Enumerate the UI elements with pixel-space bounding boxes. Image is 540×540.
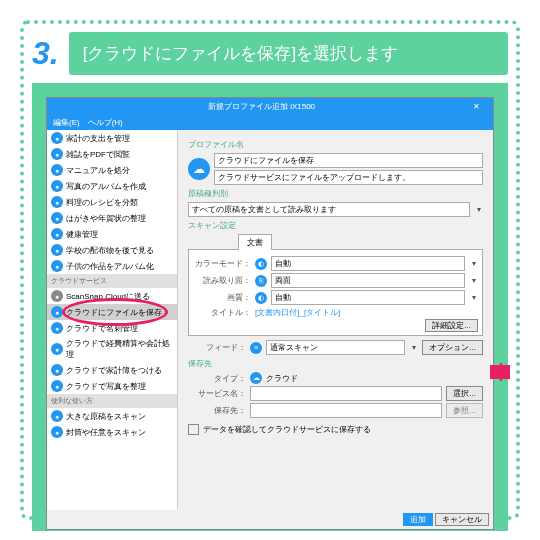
profile-desc-input[interactable]: クラウドサービスにファイルをアップロードします。 bbox=[214, 170, 483, 185]
chevron-down-icon[interactable]: ▾ bbox=[469, 276, 478, 285]
step-text: [クラウドにファイルを保存]を選択します bbox=[69, 32, 508, 75]
dest-input[interactable] bbox=[250, 403, 442, 418]
sidebar-item[interactable]: ●学校の配布物を後で見る bbox=[47, 242, 177, 258]
select-button[interactable]: 選択... bbox=[446, 386, 483, 401]
item-icon: ● bbox=[51, 196, 63, 208]
cloud-icon: ☁ bbox=[250, 372, 262, 384]
menubar[interactable]: 編集(E) ヘルプ(H) bbox=[47, 115, 493, 130]
item-icon: ● bbox=[51, 364, 63, 376]
sidebar-item-label: クラウドにファイルを保存 bbox=[66, 307, 162, 318]
label-save: 保存先 bbox=[188, 358, 483, 369]
item-icon: ● bbox=[51, 426, 63, 438]
sidebar-item[interactable]: ●写真のアルバムを作成 bbox=[47, 178, 177, 194]
side-select[interactable]: 両面 bbox=[271, 273, 465, 288]
sidebar-item-label: マニュアルを処分 bbox=[66, 165, 130, 176]
step-number: 3. bbox=[32, 35, 59, 72]
sidebar-item[interactable]: ●封筒や任意をスキャン bbox=[47, 424, 177, 440]
label-scan: スキャン設定 bbox=[188, 220, 483, 231]
sidebar-item[interactable]: ●大きな原稿をスキャン bbox=[47, 408, 177, 424]
sidebar-item[interactable]: ●家計の支出を管理 bbox=[47, 130, 177, 146]
sidebar-item[interactable]: ●クラウドで家計簿をつける bbox=[47, 362, 177, 378]
item-icon: ● bbox=[51, 306, 63, 318]
item-icon: ● bbox=[51, 322, 63, 334]
sidebar-item-label: 封筒や任意をスキャン bbox=[66, 427, 146, 438]
color-select[interactable]: 自動 bbox=[271, 256, 465, 271]
auto-icon: ◐ bbox=[255, 258, 267, 270]
quality-select[interactable]: 自動 bbox=[271, 290, 465, 305]
sidebar-item-label: ScanSnap Cloudに送る bbox=[66, 291, 150, 302]
sidebar-item-label: クラウドで名刺管理 bbox=[66, 323, 138, 334]
sidebar-item[interactable]: ●子供の作品をアルバム化 bbox=[47, 258, 177, 274]
sidebar-item[interactable]: ●クラウドで経費精算や会計処理 bbox=[47, 336, 177, 362]
sidebar-item-label: 写真のアルバムを作成 bbox=[66, 181, 146, 192]
duplex-icon: ⎘ bbox=[255, 275, 267, 287]
side-list-b: ●ScanSnap Cloudに送る●クラウドにファイルを保存●クラウドで名刺管… bbox=[47, 288, 177, 394]
title-template[interactable]: [文書内日付]_[タイトル] bbox=[255, 307, 340, 318]
sidebar-item[interactable]: ●クラウドで名刺管理 bbox=[47, 320, 177, 336]
sidebar-item[interactable]: ●健康管理 bbox=[47, 226, 177, 242]
label-gk: 原稿種判別 bbox=[188, 188, 483, 199]
item-icon: ● bbox=[51, 244, 63, 256]
main-panel: プロファイル名 ☁クラウドにファイルを保存クラウドサービスにファイルをアップロー… bbox=[178, 130, 493, 510]
item-icon: ● bbox=[51, 343, 63, 355]
sidebar-cat-util: 便利な使い方 bbox=[47, 394, 177, 408]
chevron-down-icon[interactable]: ▾ bbox=[469, 259, 478, 268]
sidebar-item[interactable]: ●雑誌をPDFで閲覧 bbox=[47, 146, 177, 162]
sidebar-item-label: 学校の配布物を後で見る bbox=[66, 245, 154, 256]
item-icon: ● bbox=[51, 380, 63, 392]
chevron-down-icon[interactable]: ▾ bbox=[409, 343, 418, 352]
dialog: 新規プロファイル追加 iX1500✕ 編集(E) ヘルプ(H) ●家計の支出を管… bbox=[46, 97, 494, 530]
item-icon: ● bbox=[51, 260, 63, 272]
sidebar-item-label: クラウドで写真を整理 bbox=[66, 381, 146, 392]
side-list-a: ●家計の支出を管理●雑誌をPDFで閲覧●マニュアルを処分●写真のアルバムを作成●… bbox=[47, 130, 177, 274]
sidebar-item-label: 健康管理 bbox=[66, 229, 98, 240]
sidebar-item[interactable]: ●ScanSnap Cloudに送る bbox=[47, 288, 177, 304]
side-list-c: ●大きな原稿をスキャン●封筒や任意をスキャン bbox=[47, 408, 177, 440]
sidebar-item-label: 雑誌をPDFで閲覧 bbox=[66, 149, 130, 160]
service-input[interactable] bbox=[250, 386, 442, 401]
chevron-down-icon[interactable]: ▾ bbox=[474, 205, 483, 214]
item-icon: ● bbox=[51, 410, 63, 422]
quality-icon: ◐ bbox=[255, 292, 267, 304]
confirm-checkbox[interactable] bbox=[188, 424, 199, 435]
item-icon: ● bbox=[51, 228, 63, 240]
item-icon: ● bbox=[51, 132, 63, 144]
type-value: クラウド bbox=[266, 373, 298, 384]
sidebar-item[interactable]: ●クラウドで写真を整理 bbox=[47, 378, 177, 394]
sidebar-item-label: 家計の支出を管理 bbox=[66, 133, 130, 144]
highlight-arrow bbox=[490, 365, 510, 379]
footer: 追加 キャンセル bbox=[47, 510, 493, 529]
profile-name-input[interactable]: クラウドにファイルを保存 bbox=[214, 153, 483, 168]
sidebar-item-label: 子供の作品をアルバム化 bbox=[66, 261, 154, 272]
sidebar-item[interactable]: ●はがきや年賀状の整理 bbox=[47, 210, 177, 226]
sidebar-item[interactable]: ●マニュアルを処分 bbox=[47, 162, 177, 178]
detail-button[interactable]: 詳細設定... bbox=[425, 319, 478, 332]
sidebar-item-label: クラウドで経費精算や会計処理 bbox=[66, 338, 173, 360]
confirm-label: データを確認してクラウドサービスに保存する bbox=[203, 424, 371, 435]
chevron-down-icon[interactable]: ▾ bbox=[469, 293, 478, 302]
sidebar-item-label: はがきや年賀状の整理 bbox=[66, 213, 146, 224]
sidebar-item-label: 大きな原稿をスキャン bbox=[66, 411, 146, 422]
cloud-icon: ☁ bbox=[188, 158, 210, 180]
option-button[interactable]: オプション... bbox=[422, 340, 483, 355]
ref-button: 参照... bbox=[446, 403, 483, 418]
item-icon: ● bbox=[51, 164, 63, 176]
sidebar-cat-cloud: クラウドサービス bbox=[47, 274, 177, 288]
sidebar-item-label: クラウドで家計簿をつける bbox=[66, 365, 162, 376]
titlebar: 新規プロファイル追加 iX1500✕ bbox=[47, 98, 493, 115]
sidebar-item-label: 料理のレシピを分類 bbox=[66, 197, 138, 208]
sidebar-item[interactable]: ●料理のレシピを分類 bbox=[47, 194, 177, 210]
feed-select[interactable]: 通常スキャン bbox=[266, 340, 405, 355]
item-icon: ● bbox=[51, 148, 63, 160]
close-icon[interactable]: ✕ bbox=[468, 102, 485, 111]
label-profile: プロファイル名 bbox=[188, 139, 483, 150]
add-button[interactable]: 追加 bbox=[403, 513, 433, 526]
gk-select[interactable]: すべての原稿を文書として読み取ります bbox=[188, 202, 470, 217]
tab-doc[interactable]: 文書 bbox=[238, 234, 272, 250]
sidebar: ●家計の支出を管理●雑誌をPDFで閲覧●マニュアルを処分●写真のアルバムを作成●… bbox=[47, 130, 178, 510]
sidebar-item[interactable]: ●クラウドにファイルを保存 bbox=[47, 304, 177, 320]
item-icon: ● bbox=[51, 212, 63, 224]
cancel-button[interactable]: キャンセル bbox=[435, 513, 489, 526]
feed-icon: ≡ bbox=[250, 342, 262, 354]
item-icon: ● bbox=[51, 180, 63, 192]
